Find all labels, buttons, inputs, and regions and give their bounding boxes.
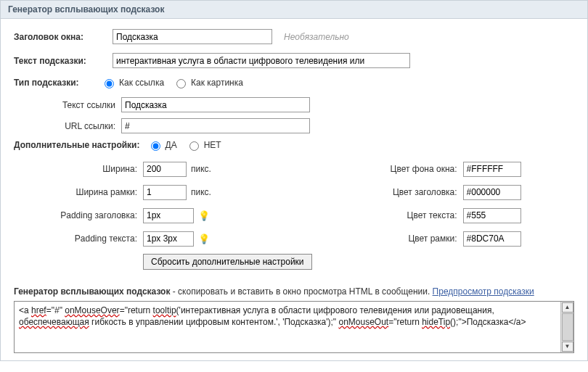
- width-label: Ширина:: [14, 164, 137, 174]
- advanced-yes-label: ДА: [166, 140, 177, 150]
- advanced-no-radio[interactable]: [189, 141, 199, 151]
- border-color-input[interactable]: [463, 231, 521, 247]
- bg-color-input[interactable]: [463, 162, 521, 177]
- link-text-input[interactable]: [121, 97, 310, 112]
- scroll-thumb[interactable]: [562, 313, 573, 341]
- type-link-radio[interactable]: [105, 79, 114, 88]
- window-title-input[interactable]: [113, 29, 272, 44]
- row-padding-title: Padding заголовка: 💡: [14, 206, 312, 225]
- title-color-input[interactable]: [463, 185, 521, 200]
- width-unit: пикс.: [191, 164, 211, 174]
- link-text-label: Текст ссылки: [28, 100, 115, 110]
- padding-title-label: Padding заголовка:: [14, 210, 137, 220]
- row-window-title: Заголовок окна: Необязательно: [14, 29, 574, 44]
- padding-text-input[interactable]: [143, 231, 194, 247]
- output-label-rest: - скопировать и вставить в окно просмотр…: [170, 286, 432, 297]
- output-code-text[interactable]: <a href="#" onMouseOver="return tooltip(…: [15, 302, 560, 352]
- panel-title: Генератор всплывающих подсказок: [1, 1, 587, 19]
- type-image-radio[interactable]: [176, 79, 186, 88]
- text-color-input[interactable]: [463, 208, 521, 223]
- output-section: Генератор всплывающих подсказок - скопир…: [14, 286, 574, 353]
- advanced-left-col: Ширина: пикс. Ширина рамки: пикс. Paddin…: [14, 160, 312, 276]
- window-title-hint: Необязательно: [284, 32, 349, 42]
- scroll-up-icon[interactable]: ▲: [562, 302, 573, 313]
- border-width-label: Ширина рамки:: [14, 187, 137, 197]
- bg-color-label: Цвет фона окна:: [356, 164, 457, 174]
- text-color-label: Цвет текста:: [356, 210, 457, 220]
- row-advanced-toggle: Дополнительные настройки: ДА НЕТ: [14, 139, 574, 151]
- row-tooltip-text: Текст подсказки:: [14, 53, 574, 68]
- scrollbar[interactable]: ▲ ▼: [560, 302, 573, 352]
- row-border-width: Ширина рамки: пикс.: [14, 183, 312, 202]
- advanced-yes-radio[interactable]: [151, 141, 160, 151]
- output-label-bold: Генератор всплывающих подсказок: [14, 286, 170, 297]
- padding-title-input[interactable]: [143, 208, 194, 223]
- row-tooltip-type: Тип подсказки: Как ссылка Как картинка: [14, 77, 574, 88]
- reset-advanced-button[interactable]: Сбросить дополнительные настройки: [143, 254, 312, 270]
- row-title-color: Цвет заголовка:: [356, 183, 521, 202]
- border-color-label: Цвет рамки:: [356, 233, 457, 244]
- advanced-settings-grid: Ширина: пикс. Ширина рамки: пикс. Paddin…: [14, 160, 574, 276]
- output-label-row: Генератор всплывающих подсказок - скопир…: [14, 286, 574, 298]
- preview-link[interactable]: Предпросмотр подсказки: [433, 286, 534, 297]
- advanced-label: Дополнительные настройки:: [14, 140, 140, 150]
- row-bg-color: Цвет фона окна:: [356, 160, 521, 178]
- tooltip-text-label: Текст подсказки:: [14, 56, 108, 66]
- padding-text-label: Padding текста:: [14, 233, 137, 244]
- link-settings-block: Текст ссылки URL ссылки:: [28, 97, 574, 133]
- row-text-color: Цвет текста:: [356, 206, 521, 225]
- row-border-color: Цвет рамки:: [356, 229, 521, 248]
- lightbulb-icon[interactable]: 💡: [198, 210, 210, 221]
- border-width-unit: пикс.: [191, 187, 211, 197]
- tooltip-type-label: Тип подсказки:: [14, 78, 94, 88]
- type-image-label: Как картинка: [191, 78, 243, 88]
- title-color-label: Цвет заголовка:: [356, 187, 457, 197]
- row-width: Ширина: пикс.: [14, 160, 312, 178]
- width-input[interactable]: [143, 162, 187, 177]
- type-link-label: Как ссылка: [119, 78, 164, 88]
- row-reset: Сбросить дополнительные настройки: [14, 252, 312, 271]
- scroll-down-icon[interactable]: ▼: [562, 342, 573, 352]
- advanced-right-col: Цвет фона окна: Цвет заголовка: Цвет тек…: [356, 160, 521, 276]
- row-link-url: URL ссылки:: [28, 118, 574, 133]
- row-padding-text: Padding текста: 💡: [14, 229, 312, 248]
- panel-body: Заголовок окна: Необязательно Текст подс…: [1, 19, 587, 360]
- link-url-label: URL ссылки:: [28, 121, 115, 131]
- window-title-label: Заголовок окна:: [14, 32, 108, 42]
- link-url-input[interactable]: [121, 118, 310, 133]
- lightbulb-icon[interactable]: 💡: [198, 233, 210, 244]
- tooltip-generator-panel: Генератор всплывающих подсказок Заголово…: [0, 0, 588, 361]
- row-link-text: Текст ссылки: [28, 97, 574, 112]
- output-box: <a href="#" onMouseOver="return tooltip(…: [14, 301, 574, 353]
- border-width-input[interactable]: [143, 185, 187, 200]
- tooltip-text-input[interactable]: [113, 53, 410, 68]
- advanced-no-label: НЕТ: [204, 140, 221, 150]
